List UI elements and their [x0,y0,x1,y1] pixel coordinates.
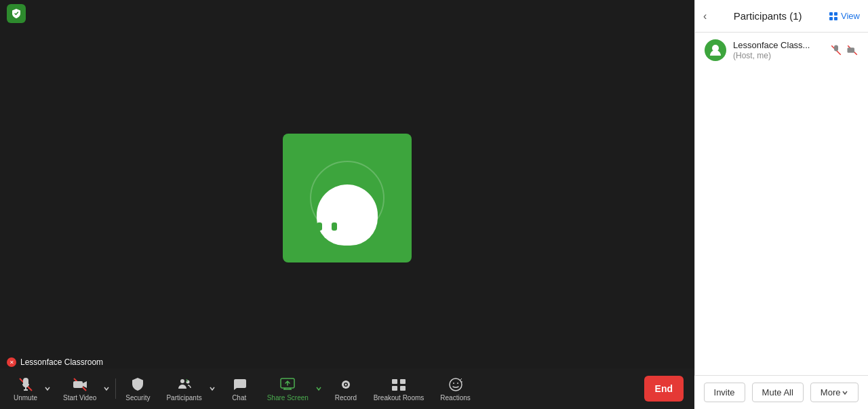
panel-header: ‹ Participants (1) View [695,0,868,33]
user-display-name: Lessonface Classroom [20,357,103,367]
top-bar [0,0,694,27]
unmute-group: Unmute [5,368,55,409]
avatar-eye-right [332,222,337,231]
svg-rect-12 [392,379,397,384]
unmute-button[interactable]: Unmute [8,370,43,408]
svg-point-16 [450,378,462,391]
toolbar-right: End [644,376,689,402]
participant-role: (Host, me) [733,51,771,60]
participant-display-name: Lessonface Class... [733,40,810,50]
participant-name: Lessonface Class... (Host, me) [733,40,823,60]
mute-all-button[interactable]: Mute All [752,383,804,402]
participants-panel: ‹ Participants (1) View Lessonface Class… [694,0,868,409]
unmute-label: Unmute [14,394,37,402]
chat-label: Chat [232,394,246,402]
share-screen-chevron[interactable] [314,370,323,408]
invite-button[interactable]: Invite [704,383,745,402]
share-screen-group: Share Screen [259,368,326,409]
chat-group: Chat [220,368,259,409]
svg-point-17 [453,383,454,384]
participants-label: Participants [166,394,201,402]
chat-button[interactable]: Chat [222,370,256,408]
share-screen-label: Share Screen [267,394,309,402]
panel-collapse-chevron[interactable]: ‹ [703,10,707,22]
svg-rect-20 [834,12,837,16]
participant-mute-icon [830,44,842,56]
svg-rect-26 [848,47,855,53]
panel-footer: Invite Mute All More [694,375,868,409]
view-button[interactable]: View [829,11,860,21]
participant-actions [830,44,859,56]
participant-list-item: Lessonface Class... (Host, me) [695,33,868,68]
start-video-button[interactable]: Start Video [58,370,102,408]
avatar-eye-left [317,222,322,231]
security-group: Security [117,368,158,409]
svg-point-18 [457,383,458,384]
shield-icon [7,4,26,23]
record-group: Record [326,368,366,409]
reactions-label: Reactions [440,394,470,402]
view-label: View [841,11,860,21]
breakout-rooms-label: Breakout Rooms [374,394,424,402]
main-video-area: ✕ Lessonface Classroom Unmute [0,0,694,409]
svg-point-11 [344,383,347,385]
reactions-group: Reactions [432,368,478,409]
toolbar: Unmute Start Video [0,368,694,409]
svg-rect-21 [829,17,833,20]
record-button[interactable]: Record [329,370,363,408]
participant-avatar [705,39,726,61]
svg-rect-14 [392,386,397,391]
start-video-group: Start Video [55,368,114,409]
start-video-label: Start Video [63,394,96,402]
start-video-chevron[interactable] [102,370,111,408]
participant-video-icon [846,44,859,56]
unmute-chevron[interactable] [43,370,52,408]
participants-button[interactable]: 1 Participants [161,370,207,408]
share-screen-button[interactable]: Share Screen [262,370,314,408]
svg-rect-4 [73,381,83,388]
avatar-eyes [317,222,337,231]
record-label: Record [335,394,357,402]
video-area [0,27,694,368]
security-label: Security [125,394,150,402]
svg-rect-13 [400,379,406,384]
more-button[interactable]: More [810,383,859,402]
svg-rect-15 [400,386,406,391]
avatar-body [317,184,378,246]
reactions-button[interactable]: Reactions [435,370,475,408]
panel-title: Participants (1) [712,10,823,22]
avatar-face [307,157,388,239]
svg-point-5 [180,379,184,383]
muted-icon: ✕ [7,357,16,367]
more-label: More [821,387,841,397]
svg-rect-22 [834,17,837,20]
divider-1 [115,378,116,399]
user-avatar-card [283,134,412,262]
participants-chevron[interactable] [208,370,217,408]
user-name-label: ✕ Lessonface Classroom [7,357,103,367]
breakout-rooms-button[interactable]: Breakout Rooms [368,370,429,408]
svg-rect-19 [829,12,833,16]
participants-group: 1 Participants [158,368,219,409]
end-button[interactable]: End [644,376,684,402]
breakout-rooms-group: Breakout Rooms [366,368,432,409]
security-button[interactable]: Security [120,370,155,408]
